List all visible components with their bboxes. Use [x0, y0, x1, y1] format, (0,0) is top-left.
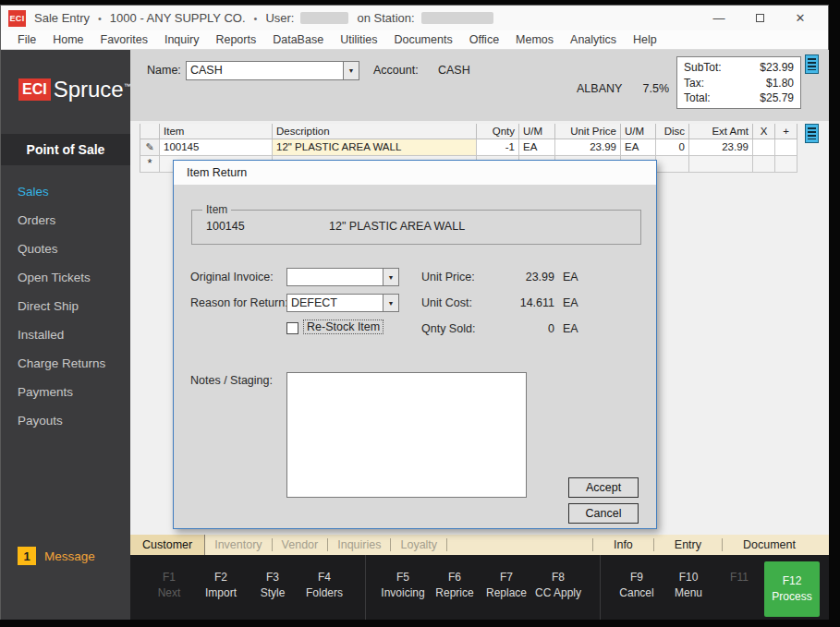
user-label: User:: [265, 11, 294, 25]
menu-analytics[interactable]: Analytics: [562, 33, 625, 46]
cell-description[interactable]: 12" PLASTIC AREA WALL: [273, 139, 477, 156]
tab-customer[interactable]: Customer: [130, 535, 205, 555]
link-info[interactable]: Info: [593, 538, 653, 551]
col-um2[interactable]: U/M: [621, 124, 656, 139]
col-ext-amt[interactable]: Ext Amt: [689, 124, 753, 139]
fkey-f1: F1Next: [141, 570, 197, 601]
menu-home[interactable]: Home: [44, 33, 91, 46]
subtotal-value: $23.99: [760, 60, 794, 76]
totals-menu-icon[interactable]: [805, 54, 819, 74]
subtotal-row: SubTot: $23.99: [684, 60, 794, 76]
menu-utilities[interactable]: Utilities: [332, 33, 385, 46]
menu-office[interactable]: Office: [461, 33, 507, 46]
message-notification[interactable]: 1 Message: [18, 547, 95, 565]
fkey-f4[interactable]: F4Folders: [297, 570, 352, 601]
sidebar-item-sales[interactable]: Sales: [1, 177, 130, 206]
menu-help[interactable]: Help: [625, 33, 665, 46]
fkey-f3[interactable]: F3Style: [245, 570, 300, 601]
menu-reports[interactable]: Reports: [207, 33, 264, 46]
dropdown-arrow-icon[interactable]: ▼: [343, 62, 359, 79]
col-plus[interactable]: +: [775, 124, 797, 139]
reason-combobox[interactable]: DEFECT ▼: [286, 294, 399, 312]
total-label: Total:: [684, 90, 711, 106]
sidebar-item-direct-ship[interactable]: Direct Ship: [1, 292, 130, 320]
fkey-f6[interactable]: F6Reprice: [427, 570, 482, 601]
tab-separator: [446, 538, 447, 551]
dialog-item-description: 12" PLASTIC AREA WALL: [329, 220, 465, 233]
grid-menu-icon[interactable]: [805, 124, 819, 143]
cell-um[interactable]: EA: [519, 139, 555, 156]
fkey-f9[interactable]: F9Cancel: [609, 570, 664, 601]
tab-strip-right: Info Entry Document: [592, 538, 829, 551]
original-invoice-label: Original Invoice:: [190, 271, 274, 283]
name-combobox[interactable]: CASH ▼: [186, 61, 359, 80]
notes-label: Notes / Staging:: [190, 374, 273, 387]
app-window: ECI Sale Entry • 1000 - ANY SUPPLY CO. •…: [0, 5, 829, 620]
sidebar-item-installed[interactable]: Installed: [1, 320, 130, 349]
cell-qnty[interactable]: -1: [477, 139, 519, 156]
col-um[interactable]: U/M: [519, 124, 555, 139]
fkey-f2[interactable]: F2Import: [193, 570, 249, 601]
col-unit-price[interactable]: Unit Price: [555, 124, 621, 139]
cell-disc[interactable]: 0: [656, 139, 689, 156]
minimize-button[interactable]: —: [699, 6, 739, 30]
restock-checkbox[interactable]: [286, 322, 298, 334]
tab-loyalty[interactable]: Loyalty: [391, 535, 446, 555]
dialog-title: Item Return: [174, 161, 656, 185]
item-group-legend: Item: [202, 203, 231, 216]
menu-favorites[interactable]: Favorites: [92, 33, 156, 46]
fkey-f11: F11: [712, 570, 767, 585]
cell-unit-price[interactable]: 23.99: [555, 139, 621, 156]
title-bar: ECI Sale Entry • 1000 - ANY SUPPLY CO. •…: [1, 6, 828, 30]
qnty-sold-value: 0: [442, 322, 554, 335]
unit-cost-value: 14.611: [442, 296, 554, 309]
cell-item[interactable]: 100145: [160, 139, 273, 156]
fkey-f12-process[interactable]: F12Process: [764, 561, 820, 617]
cell-x[interactable]: [753, 139, 775, 156]
menu-database[interactable]: DataBase: [264, 33, 332, 46]
sidebar-item-open-tickets[interactable]: Open Tickets: [1, 263, 130, 292]
menu-inquiry[interactable]: Inquiry: [156, 33, 208, 46]
unit-cost-um: EA: [563, 296, 578, 309]
sidebar-item-payments[interactable]: Payments: [1, 378, 130, 406]
tab-inventory[interactable]: Inventory: [205, 535, 271, 555]
maximize-button[interactable]: [739, 6, 780, 30]
window-controls: — ✕: [699, 6, 821, 30]
original-invoice-value: [287, 269, 383, 285]
link-document[interactable]: Document: [723, 538, 816, 551]
fkey-f10[interactable]: F10Menu: [661, 570, 716, 601]
col-description[interactable]: Description: [273, 124, 477, 139]
fkey-f5[interactable]: F5Invoicing: [375, 570, 431, 601]
close-button[interactable]: ✕: [780, 6, 821, 30]
original-invoice-combobox[interactable]: ▼: [286, 268, 399, 286]
tab-vendor[interactable]: Vendor: [273, 535, 328, 555]
cell-plus[interactable]: [775, 139, 797, 156]
col-disc[interactable]: Disc: [656, 124, 689, 139]
sidebar-item-charge-returns[interactable]: Charge Returns: [1, 349, 130, 378]
total-value: $25.79: [760, 90, 794, 106]
accept-button[interactable]: Accept: [568, 477, 639, 498]
sidebar-item-quotes[interactable]: Quotes: [1, 235, 130, 263]
account-label: Account:: [373, 64, 419, 77]
notes-textarea[interactable]: [286, 372, 527, 498]
link-entry[interactable]: Entry: [654, 538, 722, 551]
dropdown-arrow-icon[interactable]: ▼: [383, 295, 398, 311]
cell-um2[interactable]: EA: [621, 139, 656, 156]
col-qnty[interactable]: Qnty: [477, 124, 519, 139]
sidebar-item-orders[interactable]: Orders: [1, 206, 130, 235]
fkey-f7[interactable]: F7Replace: [479, 570, 534, 601]
restock-label[interactable]: Re-Stock Item: [303, 320, 383, 334]
menu-memos[interactable]: Memos: [507, 33, 562, 46]
reason-label: Reason for Return:: [190, 296, 288, 309]
table-row[interactable]: ✎ 100145 12" PLASTIC AREA WALL -1 EA 23.…: [140, 139, 797, 156]
fkey-f8[interactable]: F8CC Apply: [530, 570, 586, 601]
col-item[interactable]: Item: [160, 124, 273, 139]
cell-ext-amt[interactable]: 23.99: [689, 139, 753, 156]
tab-inquiries[interactable]: Inquiries: [328, 535, 390, 555]
menu-file[interactable]: File: [9, 33, 44, 46]
menu-documents[interactable]: Documents: [385, 33, 460, 46]
cancel-button[interactable]: Cancel: [568, 503, 639, 524]
col-x[interactable]: X: [753, 124, 775, 139]
sidebar-item-payouts[interactable]: Payouts: [1, 406, 130, 435]
dropdown-arrow-icon[interactable]: ▼: [383, 269, 398, 285]
